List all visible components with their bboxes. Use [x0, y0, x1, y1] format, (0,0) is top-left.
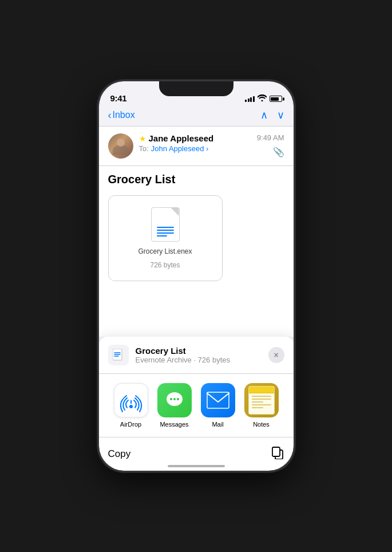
avatar — [108, 133, 133, 159]
email-header-right: 9:49 AM 📎 — [257, 133, 284, 157]
back-label: Inbox — [113, 110, 135, 120]
notes-icon — [244, 383, 279, 417]
svg-point-4 — [129, 405, 133, 408]
home-indicator — [168, 465, 225, 467]
attachment-card[interactable]: Grocery List.enex 726 bytes — [108, 195, 223, 281]
wifi-icon — [258, 94, 267, 103]
email-meta: ★ Jane Appleseed To: John Appleseed › — [139, 133, 251, 153]
battery-icon — [270, 96, 282, 102]
nav-arrows: ∧ ∨ — [260, 109, 284, 121]
mail-icon — [201, 383, 235, 417]
share-doc-icon — [108, 345, 129, 365]
app-item-notes[interactable]: Notes — [244, 383, 279, 428]
airdrop-icon — [114, 383, 148, 417]
copy-label[interactable]: Copy — [108, 448, 131, 460]
share-file-info: Grocery List Evernote Archive · 726 byte… — [136, 346, 262, 364]
copy-icon[interactable] — [271, 445, 284, 463]
back-button[interactable]: ‹ Inbox — [108, 109, 135, 121]
share-sheet: Grocery List Evernote Archive · 726 byte… — [99, 337, 294, 471]
nav-bar: ‹ Inbox ∧ ∨ — [99, 107, 294, 127]
messages-label: Messages — [160, 421, 188, 428]
sender-name: Jane Appleseed — [149, 133, 214, 143]
attachment-size: 726 bytes — [150, 261, 180, 269]
to-label: To: — [139, 144, 149, 153]
svg-point-7 — [170, 398, 172, 400]
nav-down-arrow[interactable]: ∨ — [277, 109, 284, 121]
app-item-mail[interactable]: Mail — [201, 383, 235, 428]
share-close-button[interactable]: × — [268, 347, 284, 363]
star-icon: ★ — [139, 134, 146, 143]
svg-rect-13 — [272, 447, 280, 456]
messages-icon — [157, 383, 192, 417]
svg-point-8 — [173, 398, 176, 400]
app-item-messages[interactable]: Messages — [157, 383, 192, 428]
nav-up-arrow[interactable]: ∧ — [260, 109, 268, 121]
status-icons — [245, 94, 282, 103]
signal-icon — [245, 96, 255, 102]
attachment-filename: Grocery List.enex — [138, 247, 192, 255]
app-item-airdrop[interactable]: AirDrop — [114, 383, 148, 428]
doc-icon — [151, 207, 180, 242]
svg-point-9 — [177, 398, 179, 400]
email-header: ★ Jane Appleseed To: John Appleseed › 9:… — [99, 127, 294, 166]
to-name[interactable]: John Appleseed › — [151, 144, 208, 153]
attachment-icon: 📎 — [273, 147, 284, 157]
mail-label: Mail — [212, 421, 223, 428]
email-content: Grocery List Grocery List.enex 726 bytes — [99, 166, 294, 337]
share-header: Grocery List Evernote Archive · 726 byte… — [99, 337, 294, 374]
airdrop-label: AirDrop — [120, 421, 141, 428]
notes-label: Notes — [253, 421, 270, 428]
email-time: 9:49 AM — [257, 133, 284, 142]
share-file-name: Grocery List — [136, 346, 262, 356]
svg-rect-10 — [207, 392, 229, 409]
share-apps-row: AirDrop Messa — [99, 374, 294, 437]
email-subject: Grocery List — [108, 173, 284, 186]
back-chevron-icon: ‹ — [108, 109, 112, 121]
svg-rect-11 — [207, 392, 229, 408]
share-file-meta: Evernote Archive · 726 bytes — [136, 356, 262, 364]
